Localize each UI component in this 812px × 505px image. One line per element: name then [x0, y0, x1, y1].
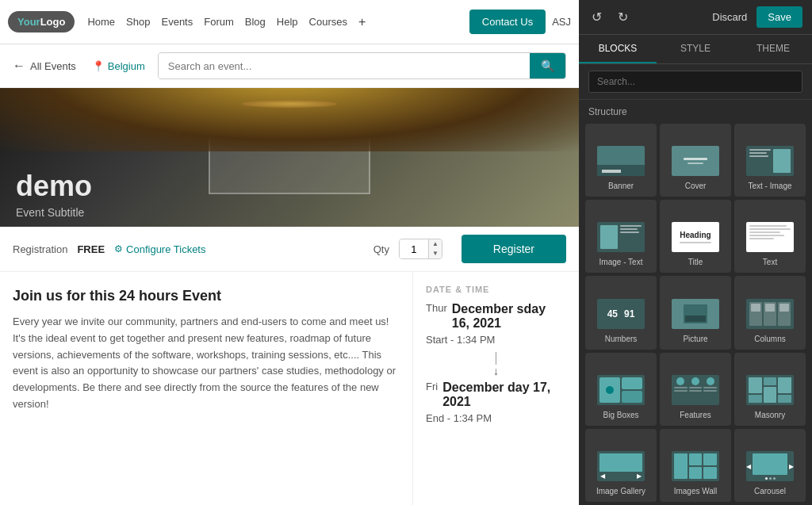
panel-search-input[interactable] [588, 71, 802, 93]
block-label-numbers: Numbers [605, 335, 638, 343]
start-date-entry: Thur December sday 16, 2021 Start - 1:34… [426, 302, 566, 346]
search-input[interactable] [159, 54, 530, 78]
separator-arrow: ↓ [493, 365, 499, 377]
qty-label: Qty [373, 243, 389, 255]
block-preview-text-image [743, 143, 797, 178]
content-area: Join us for this 24 hours Event Every ye… [0, 272, 579, 505]
start-date-main: Thur December sday 16, 2021 [426, 302, 566, 331]
save-button[interactable]: Save [756, 6, 802, 28]
hero-subtitle: Event Subtitle [16, 206, 84, 219]
block-label-image-text: Image - Text [599, 258, 643, 266]
nav-plus-icon[interactable]: + [358, 15, 366, 29]
block-label-cover: Cover [685, 182, 707, 190]
hero-ceiling-decor [0, 88, 579, 151]
end-time-str: End - 1:34 PM [426, 412, 566, 424]
block-picture[interactable]: Picture [660, 276, 731, 349]
date-separator: ↓ [426, 352, 566, 377]
qty-up-arrow[interactable]: ▲ [429, 239, 442, 249]
nav-courses[interactable]: Courses [309, 16, 347, 28]
block-numbers[interactable]: 45 91 Numbers [585, 276, 657, 349]
qty-arrows: ▲ ▼ [428, 239, 442, 258]
block-bigboxes[interactable]: Big Boxes [585, 353, 657, 426]
separator-line [496, 352, 496, 365]
block-carousel[interactable]: ◀ ▶ Carousel [734, 429, 806, 502]
discard-button[interactable]: Discard [712, 11, 747, 23]
contact-button[interactable]: Contact Us [469, 10, 546, 34]
date-time-section-label: DATE & TIME [426, 285, 566, 294]
event-title: Join us for this 24 hours Event [13, 288, 400, 304]
gallery-right-arrow-icon: ▶ [637, 472, 642, 480]
nav-forum[interactable]: Forum [204, 16, 234, 28]
register-button[interactable]: Register [462, 235, 566, 263]
block-label-banner: Banner [608, 182, 634, 190]
block-label-carousel: Carousel [754, 487, 786, 495]
block-preview-image-gallery: ◀ ▶ [594, 449, 648, 484]
nav-home[interactable]: Home [87, 16, 115, 28]
panel-tabs: BLOCKS STYLE THEME [579, 35, 812, 64]
panel-search-area [579, 64, 812, 100]
block-preview-images-wall [668, 449, 722, 484]
block-banner[interactable]: Banner [585, 124, 657, 197]
location-label: Belgium [108, 60, 145, 72]
block-preview-text [743, 220, 797, 254]
editor-panel: ↺ ↻ Discard Save BLOCKS STYLE THEME Stru… [579, 0, 812, 505]
block-image-gallery[interactable]: ◀ ▶ Image Gallery [585, 429, 657, 502]
redo-button[interactable]: ↻ [615, 6, 631, 28]
block-preview-cover [668, 143, 722, 178]
gear-icon: ⚙ [114, 243, 123, 254]
block-preview-picture [668, 296, 722, 331]
block-label-images-wall: Images Wall [674, 487, 718, 495]
qty-down-arrow[interactable]: ▼ [429, 249, 442, 258]
qty-field[interactable] [400, 240, 428, 258]
registration-price: FREE [77, 243, 105, 255]
panel-header: ↺ ↻ Discard Save [579, 0, 812, 35]
block-cover[interactable]: Cover [660, 124, 731, 197]
logo[interactable]: YourLogo [8, 11, 75, 33]
block-title[interactable]: Heading Title [660, 200, 731, 273]
block-label-text-image: Text - Image [748, 182, 791, 190]
block-preview-title: Heading [668, 220, 722, 254]
nav-user-label: ASJ [552, 16, 571, 28]
block-label-bigboxes: Big Boxes [603, 411, 638, 419]
top-nav: YourLogo Home Shop Events Forum Blog Hel… [0, 0, 579, 44]
location-pin-icon: 📍 [92, 60, 105, 72]
nav-blog[interactable]: Blog [245, 16, 266, 28]
block-text[interactable]: Text [734, 200, 806, 273]
block-features[interactable]: Features [660, 353, 731, 426]
block-columns[interactable]: Columns [734, 276, 806, 349]
carousel-right-icon: ▶ [789, 463, 794, 470]
structure-label: Structure [579, 100, 812, 121]
event-details: Join us for this 24 hours Event Every ye… [0, 272, 412, 505]
date-time-panel: DATE & TIME Thur December sday 16, 2021 … [412, 272, 579, 505]
start-time-str: Start - 1:34 PM [426, 334, 566, 346]
blocks-grid: Banner Cover [579, 121, 812, 505]
all-events-label: All Events [30, 60, 76, 72]
tab-theme[interactable]: THEME [734, 35, 812, 63]
nav-help[interactable]: Help [277, 16, 298, 28]
block-preview-bigboxes [594, 373, 648, 407]
configure-tickets-link[interactable]: ⚙ Configure Tickets [114, 243, 205, 255]
end-date-entry: Fri December day 17, 2021 End - 1:34 PM [426, 381, 566, 424]
nav-events[interactable]: Events [161, 16, 193, 28]
registration-label: Registration [13, 243, 67, 255]
event-description: Every year we invite our community, part… [13, 314, 400, 413]
block-text-image[interactable]: Text - Image [734, 124, 806, 197]
search-button[interactable]: 🔍 [530, 53, 565, 78]
nav-shop[interactable]: Shop [126, 16, 150, 28]
tab-blocks[interactable]: BLOCKS [579, 35, 657, 63]
hero-title: demo [16, 170, 92, 203]
back-to-events[interactable]: ← All Events [13, 59, 76, 73]
block-label-columns: Columns [754, 335, 785, 343]
qty-input-group: ▲ ▼ [399, 239, 442, 259]
undo-button[interactable]: ↺ [588, 6, 605, 28]
block-label-features: Features [680, 411, 710, 419]
block-preview-image-text [594, 220, 648, 254]
block-masonry[interactable]: Masonry [734, 353, 806, 426]
main-area: YourLogo Home Shop Events Forum Blog Hel… [0, 0, 579, 505]
tab-style[interactable]: STYLE [657, 35, 734, 63]
back-arrow-icon: ← [13, 59, 25, 73]
block-image-text[interactable]: Image - Text [585, 200, 657, 273]
gallery-left-arrow-icon: ◀ [600, 472, 605, 480]
block-images-wall[interactable]: Images Wall [660, 429, 731, 502]
search-bar: 🔍 [158, 52, 566, 79]
